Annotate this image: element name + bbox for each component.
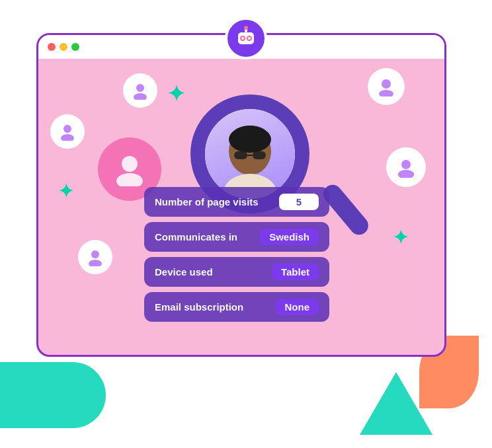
info-row-email: Email subscription None — [144, 292, 329, 322]
email-label: Email subscription — [155, 301, 268, 313]
communicates-value: Swedish — [260, 229, 319, 245]
info-rows-container: Number of page visits 5 Communicates in … — [144, 187, 329, 322]
svg-point-5 — [61, 134, 74, 141]
robot-avatar — [225, 17, 267, 59]
svg-point-8 — [91, 250, 99, 258]
teal-wave-decoration — [0, 362, 106, 428]
info-row-page-visits: Number of page visits 5 — [144, 187, 329, 217]
svg-point-4 — [63, 125, 71, 133]
communicates-label: Communicates in — [155, 231, 252, 243]
svg-point-2 — [382, 79, 391, 89]
device-label: Device used — [155, 266, 264, 278]
sparkle-icon-4: ✦ — [393, 227, 408, 248]
svg-rect-17 — [253, 151, 266, 159]
page-visits-value: 5 — [279, 194, 319, 210]
user-circle-mid-left — [50, 114, 85, 149]
sparkle-icon-1: ✦ — [167, 81, 185, 106]
browser-window: ✦ ✦ ✦ ✦ — [36, 33, 446, 357]
scene: ✦ ✦ ✦ ✦ — [0, 0, 492, 448]
user-icon — [86, 248, 104, 266]
svg-point-0 — [136, 84, 144, 92]
user-circle-top-left-small — [123, 73, 157, 108]
browser-dot-red — [48, 43, 56, 51]
info-row-device: Device used Tablet — [144, 257, 329, 287]
browser-dot-yellow — [60, 43, 67, 51]
svg-point-22 — [241, 37, 244, 40]
svg-point-23 — [248, 37, 251, 40]
user-icon-large — [112, 152, 147, 186]
user-circle-bottom-left — [78, 240, 112, 274]
svg-point-3 — [379, 90, 393, 96]
device-value: Tablet — [272, 264, 319, 280]
svg-point-14 — [231, 126, 268, 147]
svg-point-9 — [89, 260, 102, 266]
robot-icon — [233, 26, 259, 51]
email-value: None — [276, 299, 319, 315]
svg-point-11 — [116, 173, 143, 186]
user-icon — [131, 81, 149, 100]
teal-triangle-decoration — [360, 372, 432, 435]
svg-rect-16 — [234, 151, 247, 159]
user-circle-top-right — [368, 68, 405, 105]
user-icon — [58, 122, 77, 141]
page-visits-label: Number of page visits — [155, 196, 271, 207]
svg-point-6 — [401, 160, 411, 169]
svg-point-7 — [398, 170, 414, 178]
user-icon — [376, 77, 396, 96]
svg-point-25 — [244, 26, 248, 30]
user-circle-mid-right — [386, 147, 426, 187]
browser-dot-green — [71, 43, 79, 51]
user-icon — [395, 157, 417, 178]
svg-point-10 — [122, 156, 138, 172]
sparkle-icon-3: ✦ — [58, 180, 73, 202]
svg-point-1 — [134, 93, 147, 100]
info-row-communicates: Communicates in Swedish — [144, 222, 329, 252]
